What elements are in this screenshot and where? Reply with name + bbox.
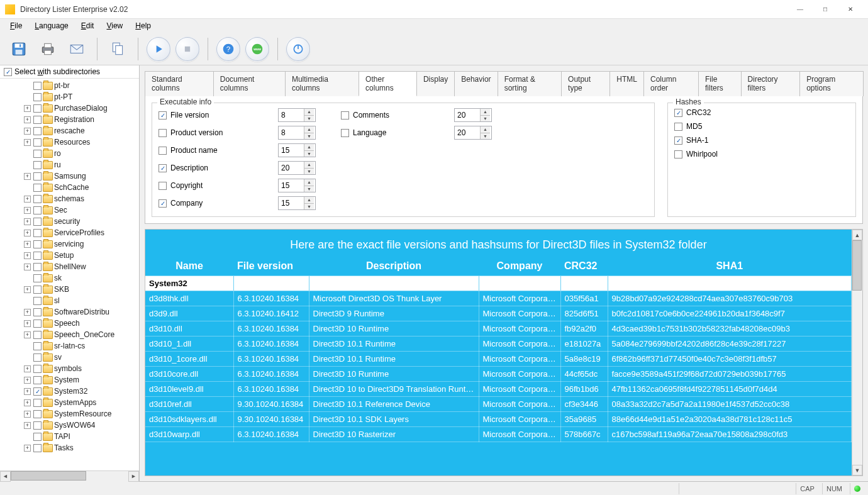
tree-item[interactable]: pt-br xyxy=(0,80,139,91)
expand-toggle[interactable]: + xyxy=(24,264,31,270)
expand-toggle[interactable]: + xyxy=(24,116,31,123)
tree-checkbox[interactable] xyxy=(33,421,42,430)
tab-program-options[interactable]: Program options xyxy=(799,71,864,96)
tree-checkbox[interactable] xyxy=(33,342,42,350)
tree-checkbox[interactable] xyxy=(33,365,42,373)
tree-item[interactable]: +symbols xyxy=(0,363,139,374)
power-button[interactable] xyxy=(286,36,311,62)
tree-item[interactable]: +Speech xyxy=(0,318,139,329)
expand-toggle[interactable]: + xyxy=(24,286,31,293)
width-input[interactable] xyxy=(279,109,304,121)
expand-toggle[interactable]: + xyxy=(24,105,31,112)
tree-checkbox[interactable] xyxy=(33,353,42,362)
tree-checkbox[interactable] xyxy=(33,252,42,260)
tree-item[interactable]: SchCache xyxy=(0,182,139,193)
tree-checkbox[interactable] xyxy=(33,138,42,147)
tree-item[interactable]: +PurchaseDialog xyxy=(0,103,139,114)
spin-up[interactable]: ▲ xyxy=(481,109,490,116)
expand-toggle[interactable]: + xyxy=(24,422,31,429)
tree-checkbox[interactable] xyxy=(33,376,42,384)
expand-toggle[interactable]: + xyxy=(24,139,31,146)
spin-down[interactable]: ▼ xyxy=(304,116,314,122)
tree-item[interactable]: +security xyxy=(0,216,139,227)
tree-checkbox[interactable] xyxy=(33,161,42,169)
option-sha-1[interactable]: SHA-1 xyxy=(674,136,849,145)
width-spinner[interactable]: ▲▼ xyxy=(278,143,316,157)
column-header[interactable]: Description xyxy=(309,257,479,276)
tree-checkbox[interactable] xyxy=(33,206,42,214)
spin-up[interactable]: ▲ xyxy=(304,126,314,133)
tree-checkbox[interactable] xyxy=(33,399,42,407)
width-input[interactable] xyxy=(279,197,304,209)
tree-checkbox[interactable] xyxy=(33,104,42,113)
tab-format-sorting[interactable]: Format & sorting xyxy=(498,71,562,96)
tree-checkbox[interactable] xyxy=(33,331,42,339)
spin-down[interactable]: ▼ xyxy=(481,116,490,122)
option-file-version[interactable]: File version xyxy=(159,111,259,120)
tree-item[interactable]: +Registration xyxy=(0,114,139,125)
tree-item[interactable]: +Tasks xyxy=(0,442,139,453)
file-row[interactable]: d3d10_1core.dll6.3.10240.16384Direct3D 1… xyxy=(145,352,852,367)
tree-checkbox[interactable] xyxy=(33,320,42,328)
tree-checkbox[interactable] xyxy=(33,229,42,237)
tree-item[interactable]: +Setup xyxy=(0,250,139,261)
expand-toggle[interactable]: + xyxy=(24,377,31,384)
tree-checkbox[interactable] xyxy=(33,286,42,294)
tab-html[interactable]: HTML xyxy=(609,71,644,96)
expand-toggle[interactable]: + xyxy=(24,320,31,327)
spin-up[interactable]: ▲ xyxy=(304,144,314,151)
option-language[interactable]: Language xyxy=(341,128,435,137)
expand-toggle[interactable]: + xyxy=(24,241,31,248)
tree-item[interactable]: +Resources xyxy=(0,136,139,148)
tree-checkbox[interactable] xyxy=(33,240,42,248)
expand-toggle[interactable]: + xyxy=(24,230,31,236)
file-row[interactable]: d3d10level9.dll6.3.10240.16384Direct3D 1… xyxy=(145,382,852,397)
spin-down[interactable]: ▼ xyxy=(304,169,314,175)
expand-toggle[interactable]: + xyxy=(24,196,31,203)
spin-up[interactable]: ▲ xyxy=(304,109,314,116)
expand-toggle[interactable]: + xyxy=(24,309,31,316)
spin-down[interactable]: ▼ xyxy=(304,204,314,210)
file-row[interactable]: d3d9.dll6.3.10240.16412Direct3D 9 Runtim… xyxy=(145,306,852,321)
expand-toggle[interactable]: + xyxy=(24,388,31,395)
tree-item[interactable]: sk xyxy=(0,272,139,284)
tab-display[interactable]: Display xyxy=(416,71,455,96)
tree-item[interactable]: +SysWOW64 xyxy=(0,420,139,431)
file-row[interactable]: d3d10warp.dll6.3.10240.16384Direct3D 10 … xyxy=(145,427,852,442)
file-row[interactable]: d3d10ref.dll9.30.10240.16384Direct3D 10.… xyxy=(145,397,852,412)
tree-item[interactable]: sl xyxy=(0,295,139,306)
tree-item[interactable]: +servicing xyxy=(0,238,139,250)
tree-item[interactable]: sv xyxy=(0,352,139,363)
option-md5[interactable]: MD5 xyxy=(674,122,849,131)
scroll-left-button[interactable]: ◄ xyxy=(0,471,11,482)
file-row[interactable]: d3d10core.dll6.3.10240.16384Direct3D 10 … xyxy=(145,367,852,382)
stop-button[interactable] xyxy=(175,36,200,62)
scroll-up-button[interactable]: ▲ xyxy=(852,230,862,240)
tree-checkbox[interactable] xyxy=(33,308,42,316)
tree-item[interactable]: +schemas xyxy=(0,193,139,204)
menu-help[interactable]: Help xyxy=(130,20,156,31)
expand-toggle[interactable]: + xyxy=(24,173,31,180)
tree-item[interactable]: +✓System32 xyxy=(0,386,139,397)
select-with-subdirectories-checkbox[interactable]: Select with subdirectories xyxy=(0,65,139,79)
width-spinner[interactable]: ▲▼ xyxy=(278,179,316,192)
tree-item[interactable]: +ServiceProfiles xyxy=(0,227,139,238)
tree-item[interactable]: +Speech_OneCore xyxy=(0,329,139,340)
width-spinner[interactable]: ▲▼ xyxy=(454,108,492,122)
tab-column-order[interactable]: Column order xyxy=(643,71,699,96)
directory-tree[interactable]: pt-brpt-PT+PurchaseDialog+Registration+r… xyxy=(0,79,139,470)
tree-item[interactable]: +SystemResource xyxy=(0,408,139,420)
minimize-button[interactable]: — xyxy=(787,1,813,18)
scroll-right-button[interactable]: ► xyxy=(128,471,139,482)
spin-up[interactable]: ▲ xyxy=(304,162,314,169)
tree-checkbox[interactable] xyxy=(33,116,42,124)
spin-up[interactable]: ▲ xyxy=(481,126,490,133)
file-row[interactable]: d3d8thk.dll6.3.10240.16384Microsoft Dire… xyxy=(145,291,852,306)
width-spinner[interactable]: ▲▼ xyxy=(278,108,316,122)
tree-checkbox[interactable] xyxy=(33,184,42,192)
option-description[interactable]: Description xyxy=(159,164,259,172)
scroll-down-button[interactable]: ▼ xyxy=(852,465,862,476)
width-spinner[interactable]: ▲▼ xyxy=(278,196,316,210)
file-row[interactable]: d3d10_1.dll6.3.10240.16384Direct3D 10.1 … xyxy=(145,336,852,352)
tab-other-columns[interactable]: Other columns xyxy=(359,71,417,96)
